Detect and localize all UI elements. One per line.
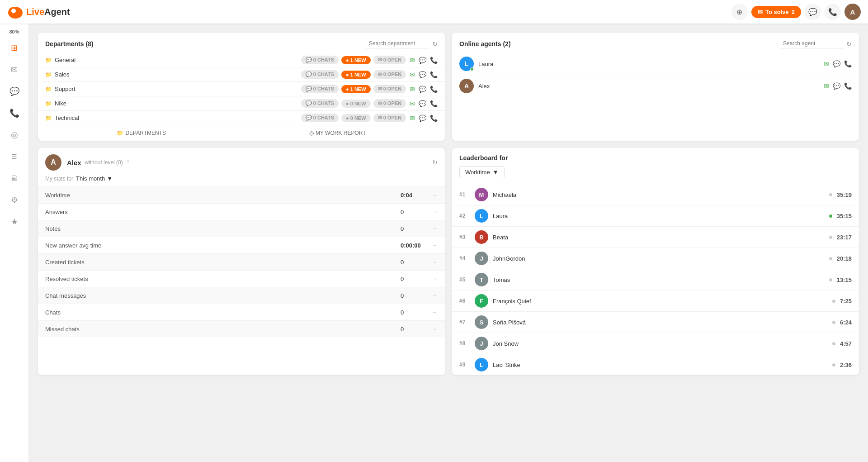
sidebar-item-chats[interactable]: 💬 bbox=[5, 81, 24, 101]
stats-period: My stats for This month ▼ bbox=[38, 175, 445, 186]
period-select[interactable]: This month ▼ bbox=[76, 175, 113, 182]
stats-period-label: My stats for bbox=[45, 176, 73, 182]
sidebar-item-settings[interactable]: ⚙ bbox=[5, 190, 24, 210]
chats-badge: 💬 0 CHATS bbox=[301, 114, 339, 122]
phone-action-icon[interactable]: 📞 bbox=[430, 86, 438, 93]
stat-row: Resolved tickets 0 → bbox=[38, 270, 445, 287]
leaderboard-row: #1 M Michaela 35:19 bbox=[452, 184, 859, 205]
departments-header: Departments (8) ↻ bbox=[38, 33, 445, 53]
lb-rank: #3 bbox=[459, 234, 470, 240]
sidebar-item-contacts[interactable]: ☰ bbox=[5, 147, 24, 167]
leaderboard-title: Leaderboard for bbox=[459, 154, 508, 162]
agent-actions: ✉ 💬 📞 bbox=[824, 60, 852, 67]
sidebar-item-calls[interactable]: 📞 bbox=[5, 103, 24, 123]
lb-status-dot bbox=[829, 236, 832, 239]
stat-value: 0 bbox=[401, 209, 428, 215]
stat-label: Chats bbox=[45, 309, 401, 316]
chat-icon[interactable]: 💬 bbox=[833, 82, 840, 90]
lb-status-dot bbox=[832, 321, 835, 324]
phone-nav-button[interactable]: 📞 bbox=[825, 4, 841, 20]
departments-title: Departments (8) bbox=[45, 40, 94, 48]
chat-action-icon[interactable]: 💬 bbox=[419, 86, 426, 93]
lb-avatar: L bbox=[475, 209, 488, 223]
departments-search-input[interactable] bbox=[366, 39, 429, 48]
arrow-icon[interactable]: → bbox=[431, 309, 438, 316]
svg-point-2 bbox=[11, 9, 16, 13]
lb-score: 23:17 bbox=[837, 234, 852, 241]
chat-action-icon[interactable]: 💬 bbox=[419, 100, 426, 107]
arrow-icon[interactable]: → bbox=[431, 191, 438, 199]
email-action-icon[interactable]: ✉ bbox=[410, 86, 415, 93]
lb-score: 35:15 bbox=[837, 213, 852, 219]
email-icon[interactable]: ✉ bbox=[824, 60, 829, 67]
email-action-icon[interactable]: ✉ bbox=[410, 100, 415, 107]
arrow-icon[interactable]: → bbox=[431, 275, 438, 282]
work-report-link[interactable]: ◎ MY WORK REPORT bbox=[309, 130, 366, 136]
chats-badge: 💬 0 CHATS bbox=[301, 85, 339, 93]
dept-actions: ✉ 💬 📞 bbox=[410, 57, 438, 64]
folder-icon: 📁 bbox=[45, 86, 52, 92]
agents-search-input[interactable] bbox=[780, 39, 844, 48]
stats-user-avatar: A bbox=[45, 154, 61, 171]
sidebar-item-tickets[interactable]: ✉ bbox=[5, 60, 24, 80]
lb-rank: #8 bbox=[459, 340, 470, 347]
to-solve-button[interactable]: ✉ To solve 2 bbox=[751, 6, 801, 18]
email-icon[interactable]: ✉ bbox=[824, 82, 829, 90]
agent-row: A Alex ✉ 💬 📞 bbox=[452, 75, 859, 97]
open-badge: ✉ 0 OPEN bbox=[373, 70, 406, 79]
phone-action-icon[interactable]: 📞 bbox=[430, 71, 438, 78]
agents-refresh-button[interactable]: ↻ bbox=[846, 40, 852, 48]
stat-row: Chats 0 → bbox=[38, 304, 445, 320]
sidebar: 80% ⊞ ✉ 💬 📞 ◎ ☰ 🏛 ⚙ ★ bbox=[0, 24, 29, 462]
arrow-icon[interactable]: → bbox=[431, 292, 438, 299]
arrow-icon[interactable]: → bbox=[431, 225, 438, 232]
departments-link[interactable]: 📁 DEPARTMENTS bbox=[117, 130, 166, 136]
dept-name: 📁 General bbox=[45, 57, 297, 63]
phone-icon[interactable]: 📞 bbox=[844, 82, 852, 90]
logo[interactable]: LiveAgent bbox=[7, 4, 70, 20]
chat-nav-button[interactable]: 💬 bbox=[805, 4, 821, 20]
agent-rows: L Laura ✉ 💬 📞 A Alex ✉ 💬 📞 bbox=[452, 53, 859, 97]
new-badge: ● 1 NEW bbox=[341, 85, 371, 93]
departments-refresh-button[interactable]: ↻ bbox=[432, 40, 438, 48]
chat-icon[interactable]: 💬 bbox=[833, 60, 840, 67]
arrow-icon[interactable]: → bbox=[431, 325, 438, 333]
phone-action-icon[interactable]: 📞 bbox=[430, 57, 438, 64]
stat-label: Notes bbox=[45, 225, 401, 232]
dept-badges: 💬 0 CHATS ● 1 NEW ✉ 0 OPEN bbox=[301, 85, 406, 93]
lb-avatar: J bbox=[475, 252, 488, 265]
phone-action-icon[interactable]: 📞 bbox=[430, 114, 438, 122]
email-action-icon[interactable]: ✉ bbox=[410, 114, 415, 122]
sidebar-percent: 80% bbox=[9, 29, 19, 34]
new-badge: ● 1 NEW bbox=[341, 56, 371, 64]
lb-rank: #9 bbox=[459, 362, 470, 368]
lb-avatar: J bbox=[475, 337, 488, 350]
chat-action-icon[interactable]: 💬 bbox=[419, 114, 426, 122]
chat-action-icon[interactable]: 💬 bbox=[419, 57, 426, 64]
leaderboard-row: #7 S Soňa Pišová 6:24 bbox=[452, 311, 859, 333]
arrow-icon[interactable]: → bbox=[431, 208, 438, 215]
chat-action-icon[interactable]: 💬 bbox=[419, 71, 426, 78]
main-layout: 80% ⊞ ✉ 💬 📞 ◎ ☰ 🏛 ⚙ ★ Departments (8) ↻ … bbox=[0, 24, 868, 462]
lb-score: 35:19 bbox=[837, 191, 852, 198]
email-action-icon[interactable]: ✉ bbox=[410, 57, 415, 64]
dept-actions: ✉ 💬 📞 bbox=[410, 114, 438, 122]
sidebar-item-plugins[interactable]: ★ bbox=[5, 212, 24, 232]
lb-status-dot bbox=[832, 342, 835, 345]
email-action-icon[interactable]: ✉ bbox=[410, 71, 415, 78]
phone-action-icon[interactable]: 📞 bbox=[430, 100, 438, 107]
leaderboard-filter-button[interactable]: Worktime ▼ bbox=[459, 166, 505, 178]
sidebar-item-dashboard[interactable]: ⊞ bbox=[5, 38, 24, 58]
phone-icon[interactable]: 📞 bbox=[844, 60, 852, 67]
sidebar-item-reports[interactable]: ◎ bbox=[5, 125, 24, 145]
user-avatar-button[interactable]: A bbox=[844, 4, 861, 20]
arrow-icon[interactable]: → bbox=[431, 242, 438, 249]
sidebar-item-knowledge[interactable]: 🏛 bbox=[5, 168, 24, 188]
arrow-icon[interactable]: → bbox=[431, 258, 438, 266]
chats-badge: 💬 0 CHATS bbox=[301, 99, 339, 108]
stat-label: New answer avg time bbox=[45, 242, 401, 249]
stats-refresh-button[interactable]: ↻ bbox=[432, 159, 438, 166]
add-button[interactable]: ⊕ bbox=[731, 4, 748, 20]
department-row: 📁 General 💬 0 CHATS ● 1 NEW ✉ 0 OPEN ✉ 💬… bbox=[38, 53, 445, 67]
folder-icon: 📁 bbox=[117, 130, 123, 136]
